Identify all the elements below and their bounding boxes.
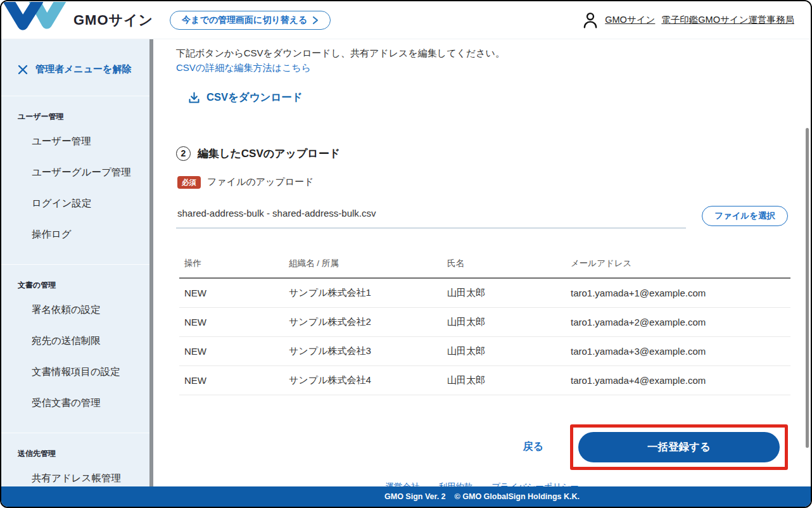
gmo-sign-logo-icon [1, 2, 72, 35]
cell-operation: NEW [179, 336, 284, 365]
cell-name: 山田太郎 [442, 336, 566, 365]
footer-version-text: GMO Sign Ver. 2 [384, 492, 446, 501]
column-header-email: メールアドレス [566, 250, 790, 278]
column-header-name: 氏名 [442, 250, 566, 278]
download-icon [187, 91, 201, 105]
sidebar-item-login-settings[interactable]: ログイン設定 [1, 188, 153, 219]
cell-email: taro1.yamada+1@example.com [566, 278, 790, 307]
csv-preview-table: 操作 組織名 / 所属 氏名 メールアドレス NEW サンプル株式会社1 山田太… [179, 250, 790, 395]
sidebar-section-title: 送信先管理 [1, 448, 153, 459]
x-icon [18, 65, 28, 75]
cell-name: 山田太郎 [442, 365, 566, 395]
sidebar-item-shared-address-book[interactable]: 共有アドレス帳管理 [1, 463, 153, 486]
sidebar-item-user-group-management[interactable]: ユーザーグループ管理 [1, 157, 153, 188]
window-scrollbar[interactable] [806, 128, 809, 448]
cell-organization: サンプル株式会社4 [284, 365, 442, 395]
app-window: GMOサイン 今までの管理画面に切り替える GMOサイン 電子印鑑GMOサイン運… [0, 0, 812, 508]
switch-button-label: 今までの管理画面に切り替える [182, 15, 307, 26]
cell-organization: サンプル株式会社3 [284, 336, 442, 365]
cell-operation: NEW [179, 307, 284, 336]
close-admin-menu-button[interactable]: 管理者メニューを解除 [1, 39, 153, 96]
main-content: 下記ボタンからCSVをダウンロードし、共有アドレスを編集してください。 CSVの… [153, 39, 811, 486]
account-link-operator[interactable]: 電子印鑑GMOサイン運営事務局 [661, 14, 794, 26]
bulk-register-button[interactable]: 一括登録する [578, 432, 780, 462]
upload-label-row: 必須 ファイルのアップロード [177, 176, 788, 189]
column-header-organization: 組織名 / 所属 [284, 250, 442, 278]
step2-heading: 2 編集したCSVのアップロード [176, 146, 788, 161]
cell-name: 山田太郎 [442, 278, 566, 307]
cell-email: taro1.yamada+2@example.com [566, 307, 790, 336]
red-annotation-highlight: 一括登録する [570, 424, 788, 470]
footer-bar: GMO Sign Ver. 2 © GMO GlobalSign Holding… [1, 486, 811, 507]
footer-copyright-text: © GMO GlobalSign Holdings K.K. [455, 492, 580, 501]
cell-email: taro1.yamada+4@example.com [566, 365, 790, 395]
csv-instruction-text: 下記ボタンからCSVをダウンロードし、共有アドレスを編集してください。 [176, 46, 788, 61]
user-icon [582, 11, 599, 29]
cell-operation: NEW [179, 365, 284, 395]
back-button[interactable]: 戻る [523, 440, 543, 454]
upload-field-label: ファイルのアップロード [207, 176, 314, 188]
sidebar-item-recipient-send-restriction[interactable]: 宛先の送信制限 [1, 326, 153, 357]
cell-operation: NEW [179, 278, 284, 307]
table-header-row: 操作 組織名 / 所属 氏名 メールアドレス [179, 250, 790, 278]
table-row: NEW サンプル株式会社2 山田太郎 taro1.yamada+2@exampl… [179, 307, 790, 336]
account-link-gmo-sign[interactable]: GMOサイン [605, 14, 655, 26]
top-header: GMOサイン 今までの管理画面に切り替える GMOサイン 電子印鑑GMOサイン運… [1, 1, 811, 39]
table-row: NEW サンプル株式会社1 山田太郎 taro1.yamada+1@exampl… [179, 278, 790, 307]
sidebar-section-title: ユーザー管理 [1, 111, 153, 122]
footer-links: 運営会社 利用約款 プライバシーポリシー [176, 481, 788, 486]
table-row: NEW サンプル株式会社4 山田太郎 taro1.yamada+4@exampl… [179, 365, 790, 395]
table-row: NEW サンプル株式会社3 山田太郎 taro1.yamada+3@exampl… [179, 336, 790, 365]
switch-admin-screen-button[interactable]: 今までの管理画面に切り替える [170, 11, 331, 30]
footer-link-operating-company[interactable]: 運営会社 [385, 481, 419, 486]
admin-sidebar: 管理者メニューを解除 ユーザー管理 ユーザー管理 ユーザーグループ管理 ログイン… [1, 39, 153, 486]
sidebar-section-title: 文書の管理 [1, 280, 153, 291]
step2-title: 編集したCSVのアップロード [198, 146, 340, 161]
cell-name: 山田太郎 [442, 307, 566, 336]
file-upload-row: shared-address-bulk - shared-address-bul… [176, 205, 788, 229]
action-button-row: 戻る 一括登録する [176, 424, 788, 470]
footer-link-privacy-policy[interactable]: プライバシーポリシー [492, 481, 579, 486]
sidebar-item-operation-log[interactable]: 操作ログ [1, 219, 153, 250]
step2-number-icon: 2 [176, 146, 191, 161]
logo-wordmark: GMOサイン [73, 11, 153, 30]
cell-email: taro1.yamada+3@example.com [566, 336, 790, 365]
sidebar-section-user-mgmt: ユーザー管理 ユーザー管理 ユーザーグループ管理 ログイン設定 操作ログ [1, 96, 153, 264]
selected-file-name: shared-address-bulk - shared-address-bul… [176, 205, 686, 229]
file-select-button[interactable]: ファイルを選択 [702, 206, 788, 226]
csv-download-button[interactable]: CSVをダウンロード [187, 91, 303, 105]
cell-organization: サンプル株式会社1 [284, 278, 442, 307]
sidebar-item-received-document-management[interactable]: 受信文書の管理 [1, 388, 153, 419]
sidebar-item-signature-request-settings[interactable]: 署名依頼の設定 [1, 295, 153, 326]
chevron-right-icon [312, 16, 319, 25]
csv-download-label: CSVをダウンロード [206, 91, 303, 105]
close-menu-label: 管理者メニューを解除 [35, 63, 131, 75]
cell-organization: サンプル株式会社2 [284, 307, 442, 336]
sidebar-section-recipient-mgmt: 送信先管理 共有アドレス帳管理 [1, 433, 153, 486]
column-header-operation: 操作 [179, 250, 284, 278]
required-badge: 必須 [177, 176, 201, 189]
account-area: GMOサイン 電子印鑑GMOサイン運営事務局 [582, 11, 811, 29]
footer-link-terms[interactable]: 利用約款 [438, 481, 473, 486]
sidebar-item-user-management[interactable]: ユーザー管理 [1, 126, 153, 157]
sidebar-section-document-mgmt: 文書の管理 署名依頼の設定 宛先の送信制限 文書情報項目の設定 受信文書の管理 [1, 265, 153, 433]
sidebar-item-document-info-settings[interactable]: 文書情報項目の設定 [1, 357, 153, 388]
csv-edit-help-link[interactable]: CSVの詳細な編集方法はこちら [176, 62, 311, 74]
